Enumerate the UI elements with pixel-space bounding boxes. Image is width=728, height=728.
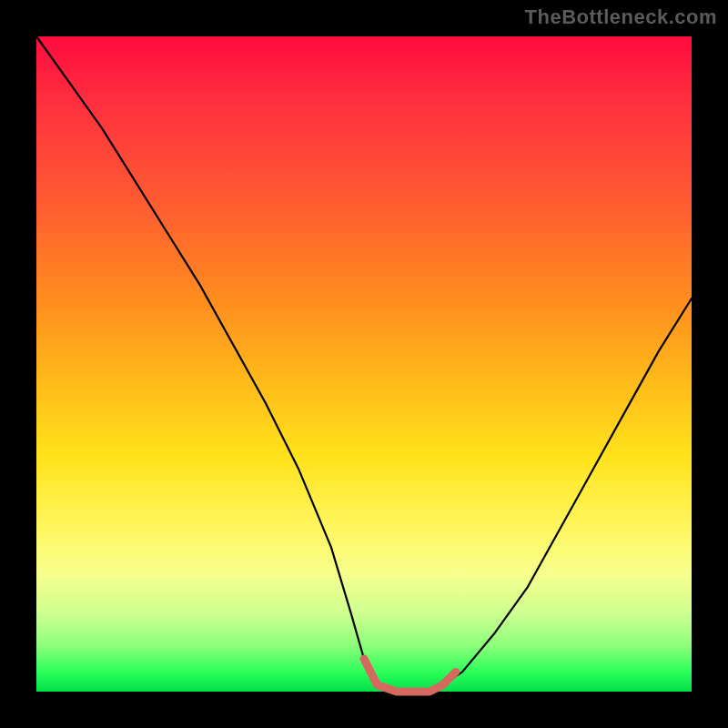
plot-area (36, 36, 692, 692)
watermark-text: TheBottleneck.com (525, 5, 717, 29)
highlight-segment-path (364, 659, 456, 692)
curve-layer (36, 36, 692, 692)
chart-frame: TheBottleneck.com (0, 0, 728, 728)
bottleneck-curve-path (36, 36, 692, 692)
